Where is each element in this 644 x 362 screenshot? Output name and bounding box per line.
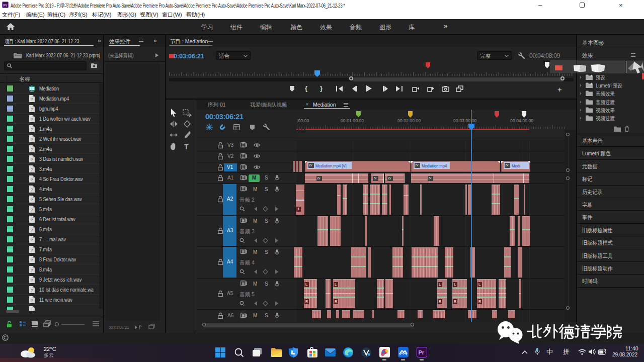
svg-text:?: ? [31, 147, 33, 152]
svg-text:?: ? [31, 97, 33, 102]
svg-text:?: ? [31, 268, 33, 273]
svg-text:?: ? [31, 167, 33, 172]
svg-text:Pr: Pr [419, 349, 425, 355]
svg-text:?: ? [31, 127, 33, 132]
svg-text:?: ? [31, 117, 33, 122]
svg-text:?: ? [31, 137, 33, 142]
svg-text:?: ? [31, 288, 33, 293]
svg-text:?: ? [31, 107, 33, 112]
svg-text:?: ? [31, 298, 33, 303]
svg-text:?: ? [31, 218, 33, 222]
svg-text:?: ? [31, 157, 33, 162]
svg-text:?: ? [31, 198, 33, 202]
svg-text:?: ? [31, 238, 33, 242]
svg-text:?: ? [31, 258, 33, 262]
svg-text:?: ? [31, 177, 33, 182]
svg-text:?: ? [31, 188, 33, 192]
svg-text:?: ? [31, 278, 33, 283]
svg-text:?: ? [31, 208, 33, 212]
svg-text:?: ? [31, 228, 33, 232]
svg-text:?: ? [31, 248, 33, 252]
